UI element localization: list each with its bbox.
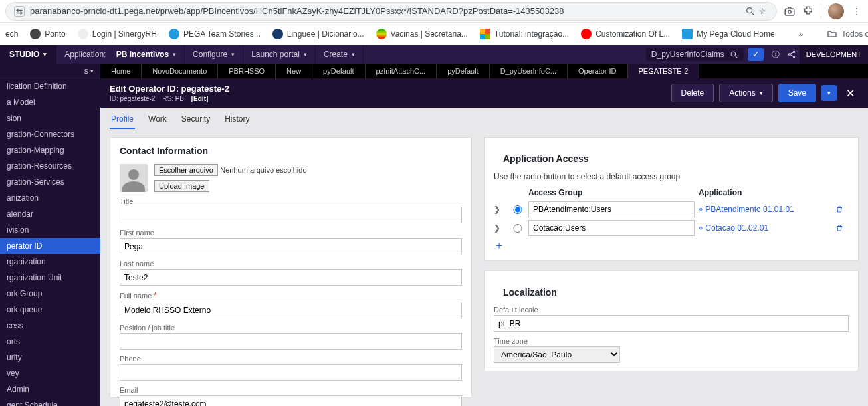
leftnav-item[interactable]: ivision — [0, 222, 100, 238]
record-tab[interactable]: Profile — [110, 112, 135, 129]
share-icon[interactable] — [784, 45, 800, 64]
document-tab[interactable]: PEGATESTE-2 — [628, 64, 700, 78]
leftnav-item[interactable]: ork Group — [0, 286, 100, 302]
svg-rect-2 — [785, 9, 794, 15]
all-bookmarks-folder[interactable]: Todos os favoritos — [827, 29, 868, 39]
left-nav-header[interactable]: s ▾ — [0, 64, 100, 78]
kebab-icon[interactable]: ⋮ — [851, 5, 863, 17]
expand-icon[interactable]: ❯ — [494, 205, 507, 214]
header-search[interactable]: D_pyUserInfoClaims — [646, 48, 744, 61]
leftnav-item[interactable]: gration-Services — [0, 174, 100, 190]
default-access-radio[interactable] — [511, 205, 524, 214]
document-tab[interactable]: pzInitAttachC... — [366, 64, 437, 78]
bookmark-star-icon[interactable]: ☆ — [756, 5, 768, 17]
leftnav-item[interactable]: vey — [0, 365, 100, 381]
left-nav: s ▾ lication Definitiona Modelsiongratio… — [0, 64, 100, 406]
email-input[interactable] — [120, 395, 462, 406]
default-access-radio[interactable] — [511, 224, 524, 233]
delete-row-icon[interactable] — [835, 205, 849, 213]
application-link[interactable]: ⌖ PBAtendimento 01.01.01 — [699, 205, 831, 214]
leftnav-item[interactable]: gration-Mapping — [0, 142, 100, 158]
camera-icon[interactable] — [784, 5, 796, 17]
application-link[interactable]: ⌖ Cotacao 01.02.01 — [699, 223, 831, 233]
bookmark-item[interactable]: ech — [5, 29, 18, 39]
extensions-icon[interactable] — [802, 5, 814, 17]
bookmark-item[interactable]: Linguee | Dicionário... — [272, 29, 364, 39]
profile-avatar-icon[interactable] — [828, 3, 844, 19]
save-dropdown[interactable]: ▾ — [821, 85, 837, 101]
expand-icon[interactable]: ❯ — [494, 223, 507, 233]
document-tabs: HomeNovoDocumentoPBRHSSONewpyDefaultpzIn… — [100, 64, 868, 78]
leftnav-item[interactable]: perator ID — [0, 238, 100, 254]
position-input[interactable] — [120, 333, 462, 350]
bookmark-item[interactable]: Tutorial: integração... — [480, 29, 569, 39]
leftnav-item[interactable]: sion — [0, 110, 100, 126]
lastname-input[interactable] — [120, 269, 462, 286]
leftnav-item[interactable]: gration-Resources — [0, 158, 100, 174]
bookmark-item[interactable]: Vacinas | Secretaria... — [376, 29, 468, 39]
leftnav-item[interactable]: rganization — [0, 254, 100, 270]
checkmark-button[interactable]: ✓ — [748, 48, 764, 61]
leftnav-item[interactable]: rganization Unit — [0, 270, 100, 286]
edit-link[interactable]: [Edit] — [191, 95, 209, 102]
bookmark-item[interactable]: My Pega Cloud Home — [682, 29, 774, 39]
delete-row-icon[interactable] — [835, 224, 849, 232]
access-group-input[interactable] — [528, 220, 695, 236]
leftnav-item[interactable]: cess — [0, 318, 100, 334]
leftnav-item[interactable]: anization — [0, 190, 100, 206]
record-tab[interactable]: Work — [147, 112, 168, 129]
leftnav-item[interactable]: lication Definition — [0, 78, 100, 94]
document-tab[interactable]: Home — [100, 64, 142, 78]
choose-file-button[interactable]: Escolher arquivo — [154, 164, 218, 176]
bookmark-item[interactable]: Ponto — [30, 29, 65, 39]
leftnav-item[interactable]: alendar — [0, 206, 100, 222]
leftnav-item[interactable]: a Model — [0, 94, 100, 110]
favicon-icon — [682, 29, 693, 39]
overflow-icon[interactable]: » — [799, 28, 804, 40]
add-access-group-button[interactable]: ＋ — [494, 239, 849, 253]
site-info-icon[interactable]: ⇆ — [14, 6, 25, 17]
favicon-icon — [272, 29, 283, 39]
actions-button[interactable]: Actions▾ — [719, 84, 772, 102]
document-tab[interactable]: Operator ID — [568, 64, 627, 78]
close-button[interactable]: ✕ — [842, 87, 859, 100]
environment-badge[interactable]: DEVELOPMENT — [800, 45, 868, 64]
fullname-input[interactable] — [120, 302, 462, 318]
timezone-select[interactable]: America/Sao_Paulo — [494, 346, 620, 363]
leftnav-item[interactable]: orts — [0, 334, 100, 350]
launch-portal-menu[interactable]: Launch portal▾ — [243, 45, 316, 64]
studio-switcher[interactable]: STUDIO▾ — [0, 45, 56, 64]
leftnav-item[interactable]: gent Schedule — [0, 397, 100, 406]
upload-image-button[interactable]: Upload Image — [154, 180, 209, 192]
record-tab[interactable]: Security — [180, 112, 211, 129]
title-input[interactable] — [120, 207, 462, 223]
save-button[interactable]: Save — [778, 84, 816, 102]
access-group-input[interactable] — [528, 201, 695, 217]
bookmark-item[interactable]: Login | SinergyRH — [78, 29, 157, 39]
bookmark-item[interactable]: PEGA Team Stories... — [169, 29, 261, 39]
delete-button[interactable]: Delete — [671, 84, 714, 102]
leftnav-item[interactable]: Admin — [0, 381, 100, 397]
document-tab[interactable]: NovoDocumento — [142, 64, 218, 78]
firstname-input[interactable] — [120, 238, 462, 254]
document-tab[interactable]: D_pyUserInfoC... — [490, 64, 568, 78]
url-box[interactable]: ⇆ paranabanco-prncld-dt1.pega.net/prweb/… — [5, 2, 777, 21]
leftnav-item[interactable]: urity — [0, 350, 100, 365]
configure-menu[interactable]: Configure▾ — [185, 45, 243, 64]
phone-label: Phone — [120, 355, 462, 363]
help-icon[interactable]: ⓘ — [768, 45, 784, 64]
zoom-icon[interactable] — [744, 5, 756, 17]
record-tab[interactable]: History — [223, 112, 251, 129]
locale-input[interactable] — [494, 315, 849, 332]
leftnav-item[interactable]: gration-Connectors — [0, 126, 100, 142]
leftnav-item[interactable]: ork queue — [0, 302, 100, 318]
app-access-heading: Application Access — [494, 146, 849, 167]
application-switcher[interactable]: Application: PB Incentivos▾ — [56, 45, 185, 64]
phone-input[interactable] — [120, 364, 462, 381]
document-tab[interactable]: pyDefault — [437, 64, 489, 78]
document-tab[interactable]: pyDefault — [312, 64, 365, 78]
bookmark-item[interactable]: Customization Of L... — [581, 29, 670, 39]
document-tab[interactable]: PBRHSSO — [218, 64, 276, 78]
document-tab[interactable]: New — [276, 64, 312, 78]
create-menu[interactable]: Create▾ — [316, 45, 364, 64]
